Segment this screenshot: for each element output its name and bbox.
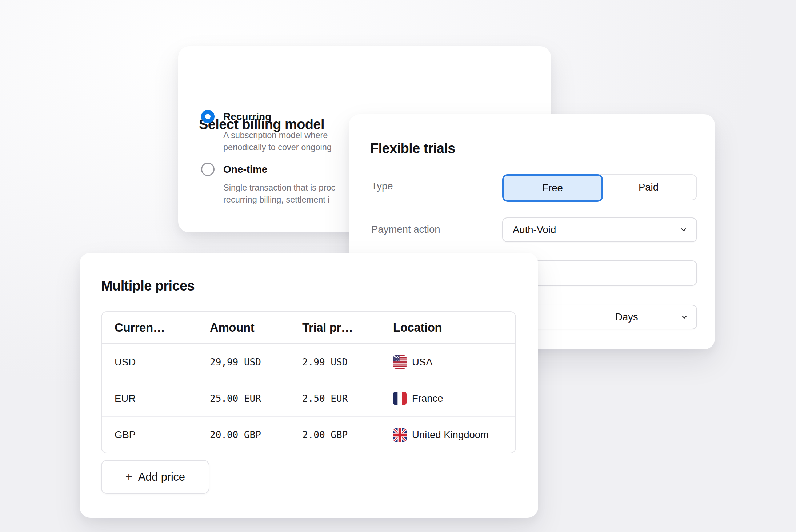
chevron-down-icon xyxy=(680,226,688,234)
trial-price-cell: 2.99 USD xyxy=(289,357,380,368)
location-cell: France xyxy=(380,392,515,405)
recurring-description: A subscription model where periodically … xyxy=(223,129,332,153)
multiple-prices-card: Multiple prices Curren… Amount Trial pr…… xyxy=(80,253,538,518)
duration-unit-value: Days xyxy=(615,311,680,323)
free-toggle-button[interactable]: Free xyxy=(502,174,603,202)
location-cell: United Kingdoom xyxy=(380,428,515,442)
free-toggle-label: Free xyxy=(542,182,563,194)
column-header-location: Location xyxy=(380,321,515,335)
recurring-radio-label[interactable]: Recurring xyxy=(223,110,271,123)
paid-toggle-button[interactable]: Paid xyxy=(601,175,696,200)
currency-cell: GBP xyxy=(102,429,197,441)
france-flag-icon xyxy=(393,392,407,405)
trial-price-cell: 2.00 GBP xyxy=(289,429,380,440)
usa-flag-icon xyxy=(393,355,407,369)
one-time-radio-label[interactable]: One-time xyxy=(223,163,267,176)
plus-icon: + xyxy=(125,470,132,484)
table-row-gbp: GBP 20.00 GBP 2.00 GBP United xyxy=(102,417,515,453)
prices-table-header: Curren… Amount Trial pr… Location xyxy=(102,312,515,344)
one-time-description-line1: Single transaction that is proc xyxy=(223,183,335,192)
currency-cell: EUR xyxy=(102,393,197,404)
recurring-description-line2: periodically to cover ongoing xyxy=(223,143,332,152)
trial-price-cell: 2.50 EUR xyxy=(289,393,380,404)
location-name: USA xyxy=(412,356,433,368)
one-time-description: Single transaction that is proc recurrin… xyxy=(223,182,335,206)
amount-cell: 25.00 EUR xyxy=(197,393,289,404)
chevron-down-icon xyxy=(680,313,688,321)
location-name: France xyxy=(412,393,443,404)
recurring-description-line1: A subscription model where xyxy=(223,131,328,140)
add-price-label: Add price xyxy=(138,471,185,484)
paid-toggle-label: Paid xyxy=(639,181,659,193)
trials-card-title: Flexible trials xyxy=(370,140,455,157)
prices-table: Curren… Amount Trial pr… Location USD 29… xyxy=(101,311,516,453)
amount-cell: 20.00 GBP xyxy=(197,429,289,440)
recurring-radio[interactable] xyxy=(201,110,215,123)
payment-action-select[interactable]: Auth-Void xyxy=(502,217,697,242)
location-cell: USA xyxy=(380,355,515,369)
table-row-eur: EUR 25.00 EUR 2.50 EUR France xyxy=(102,380,515,417)
payment-action-label: Payment action xyxy=(371,223,440,236)
one-time-radio[interactable] xyxy=(201,163,215,176)
currency-cell: USD xyxy=(102,356,197,368)
uk-flag-icon xyxy=(393,428,407,442)
table-row-usd: USD 29,99 USD 2.99 USD xyxy=(102,344,515,380)
amount-cell: 29,99 USD xyxy=(197,357,289,368)
trial-type-segmented-control: Paid Free xyxy=(502,174,697,200)
column-header-trial-price: Trial pr… xyxy=(289,321,380,335)
type-label: Type xyxy=(371,180,393,192)
payment-action-value: Auth-Void xyxy=(513,224,680,236)
duration-unit-select[interactable]: Days xyxy=(605,305,696,329)
add-price-button[interactable]: + Add price xyxy=(101,460,209,494)
prices-card-title: Multiple prices xyxy=(101,277,195,294)
column-header-currency: Curren… xyxy=(102,321,197,335)
page-background: Select billing model Recurring A subscri… xyxy=(0,0,796,532)
one-time-description-line2: recurring billing, settlement i xyxy=(223,195,330,204)
location-name: United Kingdoom xyxy=(412,429,489,441)
column-header-amount: Amount xyxy=(197,321,289,335)
